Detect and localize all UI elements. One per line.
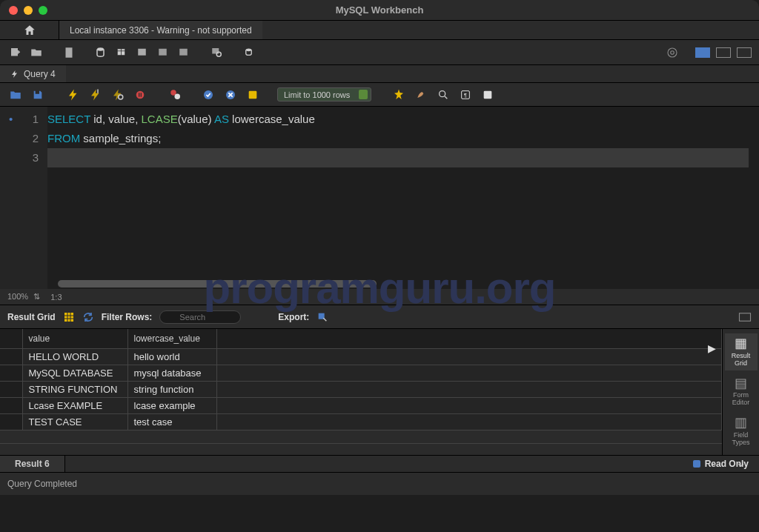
code-line-3 <box>47 148 749 167</box>
row-handle[interactable] <box>0 414 22 430</box>
rollback-button[interactable] <box>222 87 239 103</box>
new-sql-tab-button[interactable] <box>7 44 24 61</box>
cell-value[interactable]: MySQL DATABASE <box>22 365 127 382</box>
wrap-button[interactable]: ¶ <box>457 87 474 103</box>
cell-value[interactable]: Lcase EXAMPLE <box>22 398 127 414</box>
sql-editor[interactable]: 1 2 3 SELECT id, value, LCASE(value) AS … <box>0 107 759 289</box>
row-handle[interactable] <box>0 349 22 365</box>
table-row[interactable]: TEST CASEtest case <box>0 414 722 430</box>
row-handle[interactable] <box>0 382 22 398</box>
limit-rows-select[interactable]: Limit to 1000 rows <box>277 87 371 102</box>
find-button[interactable] <box>413 87 429 103</box>
column-header[interactable]: value <box>22 329 127 349</box>
column-header[interactable] <box>0 329 22 349</box>
cell-lowercase-value[interactable]: mysql database <box>127 365 216 382</box>
line-gutter: 1 2 3 <box>0 107 47 289</box>
cell-value[interactable]: TEST CASE <box>22 414 127 430</box>
table-row[interactable]: MySQL DATABASEmysql database <box>0 365 722 382</box>
toggle-autocommit-button[interactable] <box>168 87 184 103</box>
query-tabs: Query 4 <box>0 65 759 83</box>
invisible-chars-button[interactable] <box>435 87 451 103</box>
query-tab[interactable]: Query 4 <box>0 65 66 82</box>
execute-current-button[interactable] <box>87 87 104 103</box>
inspector-button[interactable] <box>61 44 77 61</box>
maximize-window-button[interactable] <box>39 6 47 15</box>
result-tab[interactable]: Result 6 <box>0 456 65 472</box>
svg-rect-12 <box>139 93 139 96</box>
side-tab-form-editor[interactable]: ▤ Form Editor <box>725 373 758 410</box>
table-row[interactable]: Lcase EXAMPLElcase example <box>0 398 722 414</box>
filter-rows-input[interactable] <box>159 310 241 324</box>
cell-lowercase-value[interactable]: test case <box>127 414 216 430</box>
svg-rect-22 <box>484 90 492 99</box>
expand-arrow-icon[interactable]: ▶ <box>708 342 716 354</box>
wrap-cell-button[interactable] <box>738 312 752 322</box>
cell-value[interactable]: HELLO WORLD <box>22 349 127 365</box>
side-tab-result-grid[interactable]: ▦ Result Grid <box>725 333 758 370</box>
cell-lowercase-value[interactable]: hello world <box>127 349 216 365</box>
horizontal-scrollbar[interactable] <box>58 280 377 287</box>
code-line-1: SELECT id, value, LCASE(value) AS lowerc… <box>47 110 759 129</box>
settings-button[interactable] <box>664 44 680 61</box>
traffic-lights <box>0 6 47 15</box>
cell-lowercase-value[interactable]: string function <box>127 382 216 398</box>
refresh-icon[interactable] <box>82 311 94 323</box>
row-handle[interactable] <box>0 398 22 414</box>
beautify-button[interactable] <box>391 87 407 103</box>
create-procedure-button[interactable] <box>156 44 172 61</box>
row-handle[interactable] <box>0 365 22 382</box>
svg-rect-2 <box>159 48 167 55</box>
home-tab[interactable] <box>0 21 59 39</box>
column-header[interactable]: lowercase_value <box>127 329 216 349</box>
side-tab-label: Result Grid <box>732 353 751 368</box>
open-sql-button[interactable] <box>28 44 44 61</box>
toggle-secondary-button[interactable] <box>716 47 731 58</box>
cell-lowercase-value[interactable]: lcase example <box>127 398 216 414</box>
result-footer: Result 6 Read Only <box>0 455 759 473</box>
connection-tabbar: Local instance 3306 - Warning - not supp… <box>0 21 759 40</box>
cell-empty[interactable] <box>216 365 722 382</box>
titlebar: MySQL Workbench <box>0 0 759 21</box>
open-file-button[interactable] <box>7 87 24 103</box>
minimize-window-button[interactable] <box>24 6 33 15</box>
create-table-button[interactable] <box>114 44 130 61</box>
export-button[interactable] <box>316 311 328 323</box>
table-row[interactable]: HELLO WORLDhello world <box>0 349 722 365</box>
table-header-row: value lowercase_value <box>0 329 722 349</box>
commit-button[interactable] <box>200 87 216 103</box>
toggle-limit-button[interactable] <box>245 87 261 103</box>
zoom-level[interactable]: 100% ⇅ <box>7 292 40 302</box>
cell-empty[interactable] <box>216 382 722 398</box>
cursor-position: 1:3 <box>50 293 62 302</box>
execute-button[interactable] <box>65 87 82 103</box>
cell-empty[interactable] <box>216 349 722 365</box>
table-row[interactable]: STRING FUNCTIONstring function <box>0 382 722 398</box>
search-table-button[interactable] <box>209 44 225 61</box>
create-view-button[interactable] <box>135 44 151 61</box>
toggle-sidebar-button[interactable] <box>695 47 710 58</box>
create-function-button[interactable] <box>176 44 193 61</box>
cell-empty[interactable] <box>216 398 722 414</box>
reconnect-button[interactable] <box>242 44 258 61</box>
snippets-button[interactable] <box>480 87 496 103</box>
column-header[interactable] <box>216 329 722 349</box>
result-grid[interactable]: value lowercase_value HELLO WORLDhello w… <box>0 329 722 455</box>
code-area[interactable]: SELECT id, value, LCASE(value) AS lowerc… <box>47 107 759 289</box>
toggle-output-button[interactable] <box>737 47 752 58</box>
explain-button[interactable] <box>110 87 126 103</box>
cell-empty[interactable] <box>216 414 722 430</box>
result-area: value lowercase_value HELLO WORLDhello w… <box>0 329 759 455</box>
zoom-stepper-icon[interactable]: ⇅ <box>31 292 40 302</box>
cell-value[interactable]: STRING FUNCTION <box>22 382 127 398</box>
result-grid-icon[interactable] <box>63 311 75 323</box>
table-row-blank <box>0 444 722 456</box>
svg-point-10 <box>119 95 123 99</box>
form-icon: ▤ <box>735 376 747 391</box>
save-file-button[interactable] <box>30 87 46 103</box>
close-window-button[interactable] <box>9 6 18 15</box>
stop-button[interactable] <box>132 87 148 103</box>
home-icon <box>23 24 36 37</box>
side-tab-field-types[interactable]: ▥ Field Types <box>725 413 758 450</box>
connection-tab[interactable]: Local instance 3306 - Warning - not supp… <box>59 21 262 39</box>
create-schema-button[interactable] <box>93 44 110 61</box>
